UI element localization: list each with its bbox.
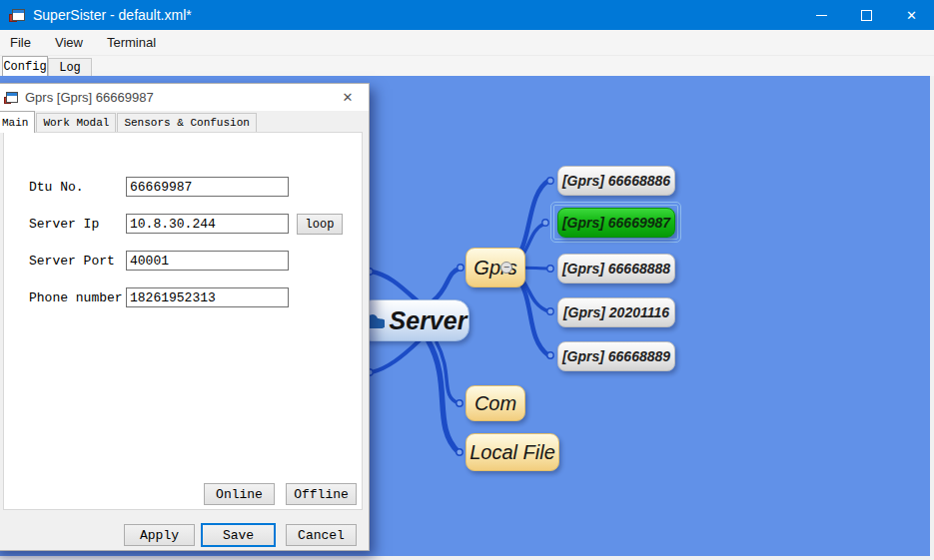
window-title: SuperSister - default.xml*: [33, 7, 799, 23]
collapse-icon[interactable]: −: [500, 262, 512, 274]
dialog-close-button[interactable]: ✕: [327, 84, 369, 111]
main-tabstrip: Config Log: [0, 56, 934, 76]
server-ip-field[interactable]: [126, 214, 289, 234]
offline-button[interactable]: Offline: [286, 483, 357, 505]
node-label: [Gprs] 66669987: [562, 215, 670, 231]
dialog-titlebar[interactable]: Gprs [Gprs] 66669987 ✕: [0, 84, 369, 111]
tab-config[interactable]: Config: [2, 56, 48, 76]
close-button[interactable]: ✕: [889, 0, 934, 30]
node-label: [Gprs] 66668889: [562, 348, 670, 364]
loop-button[interactable]: loop: [297, 214, 343, 235]
dtu-no-label: Dtu No.: [29, 180, 84, 195]
node-label: [Gprs] 20201116: [563, 304, 669, 320]
dialog-tab-main[interactable]: Main: [0, 111, 35, 133]
menu-item-file[interactable]: File: [0, 30, 43, 55]
dialog-title: Gprs [Gprs] 66669987: [25, 90, 327, 105]
apply-button[interactable]: Apply: [124, 524, 195, 546]
mindmap-leaf-66669987-selected[interactable]: [Gprs] 66669987: [557, 208, 675, 238]
server-port-label: Server Port: [29, 254, 115, 269]
mindmap-leaf-20201116[interactable]: [Gprs] 20201116: [557, 297, 675, 327]
gprs-dialog: Gprs [Gprs] 66669987 ✕ Main Work Modal S…: [0, 83, 370, 551]
node-label: Local File: [469, 441, 555, 464]
node-label: Com: [474, 392, 516, 415]
mindmap-node-server[interactable]: Server: [358, 299, 469, 341]
mindmap-node-gprs[interactable]: Gprs: [466, 248, 525, 287]
menubar: File View Terminal: [0, 30, 934, 56]
menu-item-view[interactable]: View: [43, 30, 95, 55]
mindmap-leaf-66668886[interactable]: [Gprs] 66668886: [557, 166, 675, 196]
menu-item-terminal[interactable]: Terminal: [95, 30, 168, 55]
maximize-icon: [861, 10, 872, 21]
mindmap-node-com[interactable]: Com: [466, 385, 525, 421]
tab-log[interactable]: Log: [48, 58, 92, 76]
dtu-no-field[interactable]: [126, 177, 289, 197]
node-label: Server: [390, 306, 467, 335]
server-ip-label: Server Ip: [29, 217, 99, 232]
server-port-field[interactable]: [126, 251, 289, 271]
mindmap-leaf-66668889[interactable]: [Gprs] 66668889: [557, 341, 675, 371]
dialog-close-icon: ✕: [343, 90, 354, 105]
maximize-button[interactable]: [844, 0, 889, 30]
minimize-icon: [816, 15, 827, 16]
dialog-tab-work-modal[interactable]: Work Modal: [36, 113, 116, 132]
cancel-button[interactable]: Cancel: [286, 524, 357, 546]
titlebar[interactable]: SuperSister - default.xml* ✕: [0, 0, 934, 30]
dialog-tabstrip: Main Work Modal Sensors & Confusion: [0, 111, 258, 132]
close-icon: ✕: [906, 8, 917, 23]
dialog-icon: [4, 92, 17, 104]
minimize-button[interactable]: [799, 0, 844, 30]
dialog-tab-sensors-confusion[interactable]: Sensors & Confusion: [117, 113, 256, 132]
node-label: [Gprs] 66668886: [562, 173, 670, 189]
node-label: [Gprs] 66668888: [562, 261, 670, 277]
mindmap-leaf-66668888[interactable]: [Gprs] 66668888: [557, 254, 675, 283]
app-icon: [9, 9, 24, 22]
phone-number-field[interactable]: [126, 287, 289, 307]
online-button[interactable]: Online: [204, 483, 275, 505]
phone-number-label: Phone number: [29, 290, 123, 305]
mindmap-node-local-file[interactable]: Local File: [466, 433, 559, 471]
save-button[interactable]: Save: [201, 523, 276, 547]
